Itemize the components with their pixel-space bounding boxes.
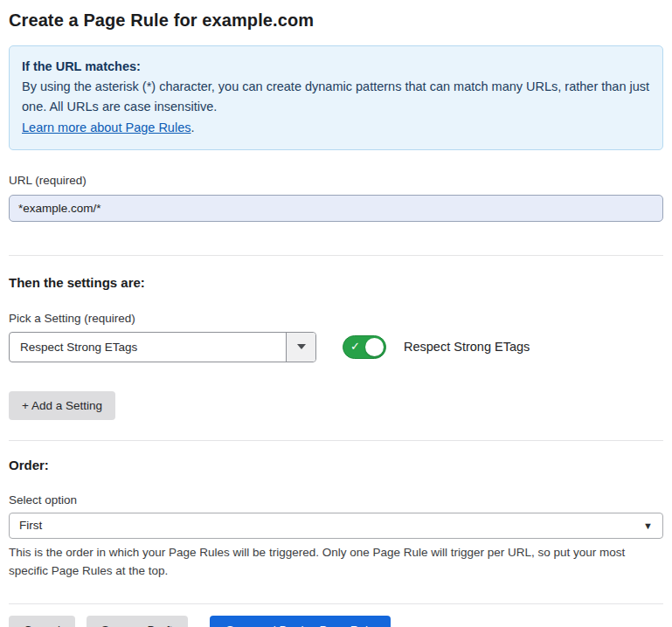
save-as-draft-button[interactable]: Save as Draft — [87, 616, 188, 627]
toggle-knob — [365, 338, 384, 356]
divider — [9, 440, 663, 441]
cancel-button[interactable]: Cancel — [9, 616, 75, 627]
form-actions: Cancel Save as Draft Save and Deploy Pag… — [9, 616, 663, 627]
settings-section-heading: Then the settings are: — [9, 275, 663, 290]
chevron-down-icon — [297, 344, 306, 349]
learn-more-link[interactable]: Learn more about Page Rules — [22, 121, 191, 134]
url-field-label: URL (required) — [9, 174, 663, 187]
setting-select[interactable]: Respect Strong ETags — [9, 332, 316, 362]
url-matches-info-box: If the URL matches: By using the asteris… — [9, 45, 663, 150]
order-help-text: This is the order in which your Page Rul… — [9, 544, 655, 581]
order-section-heading: Order: — [9, 458, 663, 472]
info-box-link-line: Learn more about Page Rules. — [22, 118, 650, 138]
divider — [9, 603, 663, 604]
etags-toggle-label: Respect Strong ETags — [404, 340, 530, 354]
info-box-body: By using the asterisk (*) character, you… — [22, 77, 650, 117]
chevron-down-icon: ▼ — [643, 520, 653, 531]
etags-toggle[interactable]: ✓ — [343, 335, 386, 359]
url-input[interactable] — [9, 195, 663, 222]
order-select[interactable]: First ▼ — [9, 513, 663, 539]
page-rule-form: Create a Page Rule for example.com If th… — [0, 0, 672, 627]
setting-select-caret-button[interactable] — [286, 333, 315, 362]
save-and-deploy-button[interactable]: Save and Deploy Page Rule — [210, 616, 391, 627]
divider — [9, 255, 663, 256]
pick-setting-label: Pick a Setting (required) — [9, 312, 663, 325]
etags-toggle-group: ✓ Respect Strong ETags — [343, 335, 530, 359]
info-box-heading: If the URL matches: — [22, 57, 650, 77]
order-select-value: First — [19, 519, 42, 532]
add-setting-button[interactable]: + Add a Setting — [9, 391, 115, 420]
setting-select-value: Respect Strong ETags — [10, 333, 286, 362]
order-select-label: Select option — [9, 493, 663, 506]
check-icon: ✓ — [350, 340, 360, 353]
page-title: Create a Page Rule for example.com — [9, 10, 663, 31]
setting-row: Respect Strong ETags ✓ Respect Strong ET… — [9, 332, 663, 362]
link-period: . — [191, 121, 194, 134]
